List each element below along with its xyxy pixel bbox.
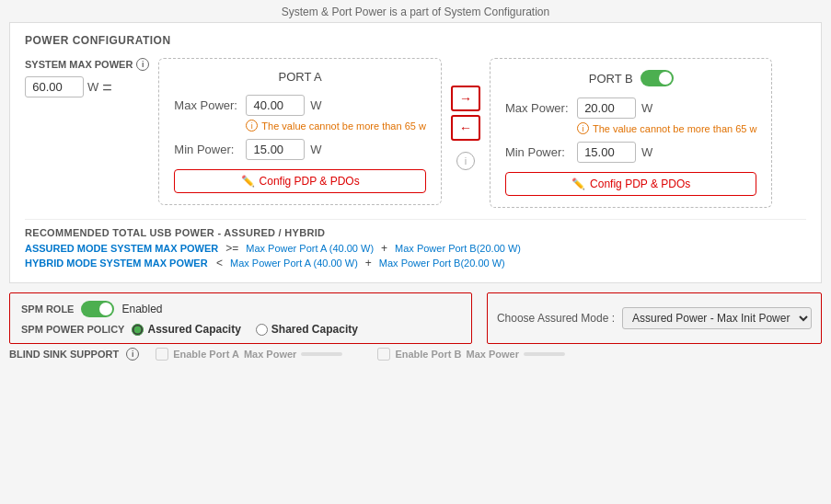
arrows-col: → ← i bbox=[451, 86, 480, 170]
middle-info-icon[interactable]: i bbox=[456, 152, 475, 170]
port-a-min-power-row: Min Power: W bbox=[174, 139, 426, 160]
assured-port-b-link[interactable]: Max Power Port B(20.00 W) bbox=[395, 243, 521, 254]
spm-block: SPM ROLE Enabled SPM POWER POLICY Assure… bbox=[21, 301, 358, 336]
spm-role-toggle[interactable] bbox=[81, 301, 114, 317]
assured-mode-row: ASSURED MODE SYSTEM MAX POWER >= Max Pow… bbox=[25, 242, 806, 255]
blind-sink-row: BLIND SINK SUPPORT i Enable Port A Max P… bbox=[9, 348, 822, 361]
blind-sink-port-a-checkbox[interactable] bbox=[156, 348, 168, 361]
system-max-power-input[interactable] bbox=[25, 76, 84, 97]
system-max-power: SYSTEM MAX POWER i W = bbox=[25, 58, 149, 97]
port-b-max-error: i The value cannot be more than 65 w bbox=[577, 122, 757, 134]
port-b-title: PORT B bbox=[505, 70, 757, 86]
recommended-section: RECOMMENDED TOTAL USB POWER - ASSURED / … bbox=[25, 219, 806, 269]
blind-sink-port-b-slider bbox=[524, 352, 565, 356]
blind-sink-port-a-slider bbox=[301, 352, 342, 356]
arrow-right-btn[interactable]: → bbox=[451, 86, 480, 111]
arrow-left-icon: ← bbox=[459, 120, 472, 135]
blind-sink-port-a: Enable Port A Max Power bbox=[156, 348, 342, 361]
assured-port-a-link[interactable]: Max Power Port A (40.00 W) bbox=[246, 243, 374, 254]
blind-sink-port-b: Enable Port B Max Power bbox=[377, 348, 565, 361]
power-config-row: SYSTEM MAX POWER i W = PORT A Max Power:… bbox=[25, 58, 806, 208]
system-max-power-input-row: W = bbox=[25, 76, 149, 97]
port-a-config-btn[interactable]: ✏️ Config PDP & PDOs bbox=[174, 169, 426, 193]
section-title: POWER CONFIGURATION bbox=[25, 34, 806, 47]
port-b-toggle[interactable] bbox=[641, 70, 674, 86]
pencil-icon-a: ✏️ bbox=[241, 175, 255, 188]
port-a-title: PORT A bbox=[174, 70, 426, 84]
blind-sink-port-b-checkbox[interactable] bbox=[377, 348, 390, 361]
radio-shared-capacity[interactable]: Shared Capacity bbox=[256, 323, 358, 336]
main-card: POWER CONFIGURATION SYSTEM MAX POWER i W… bbox=[9, 22, 822, 283]
assured-mode-select[interactable]: Assured Power - Max Init Power Assured P… bbox=[622, 307, 812, 329]
top-banner: System & Port Power is a part of System … bbox=[0, 0, 831, 22]
port-a-max-power-row: Max Power: W bbox=[174, 95, 426, 116]
port-a-max-error: i The value cannot be more than 65 w bbox=[246, 120, 426, 132]
system-max-power-label-row: SYSTEM MAX POWER i bbox=[25, 58, 149, 71]
spm-policy-row: SPM POWER POLICY Assured Capacity Shared… bbox=[21, 323, 358, 336]
pencil-icon-b: ✏️ bbox=[571, 178, 585, 190]
port-b-min-power-input[interactable] bbox=[577, 142, 636, 163]
blind-sink-info-icon[interactable]: i bbox=[126, 348, 139, 361]
system-max-power-info-icon[interactable]: i bbox=[136, 58, 149, 71]
spm-role-row: SPM ROLE Enabled bbox=[21, 301, 358, 317]
assured-mode-block: Choose Assured Mode : Assured Power - Ma… bbox=[487, 292, 822, 344]
arrow-right-icon: → bbox=[459, 91, 472, 106]
spm-policy-radio-group: Assured Capacity Shared Capacity bbox=[132, 323, 357, 336]
hybrid-mode-row: HYBRID MODE SYSTEM MAX POWER < Max Power… bbox=[25, 257, 806, 269]
arrow-left-btn[interactable]: ← bbox=[451, 115, 480, 141]
hybrid-port-b-link[interactable]: Max Power Port B(20.00 W) bbox=[379, 258, 505, 269]
port-a-max-power-input[interactable] bbox=[246, 95, 305, 116]
radio-assured-capacity[interactable]: Assured Capacity bbox=[132, 323, 240, 336]
spm-section: SPM ROLE Enabled SPM POWER POLICY Assure… bbox=[9, 292, 472, 344]
port-b-min-power-row: Min Power: W bbox=[505, 142, 757, 163]
port-b-error-icon: i bbox=[577, 122, 589, 134]
port-a-error-icon: i bbox=[246, 120, 258, 132]
port-b-max-power-row: Max Power: W bbox=[505, 97, 757, 119]
port-b-box: PORT B Max Power: W i The value cannot b… bbox=[490, 58, 773, 208]
port-a-box: PORT A Max Power: W i The value cannot b… bbox=[158, 58, 442, 205]
port-a-min-power-input[interactable] bbox=[246, 139, 305, 160]
port-b-config-btn[interactable]: ✏️ Config PDP & PDOs bbox=[505, 172, 757, 196]
hybrid-port-a-link[interactable]: Max Power Port A (40.00 W) bbox=[230, 258, 358, 269]
port-b-max-power-input[interactable] bbox=[577, 97, 636, 119]
